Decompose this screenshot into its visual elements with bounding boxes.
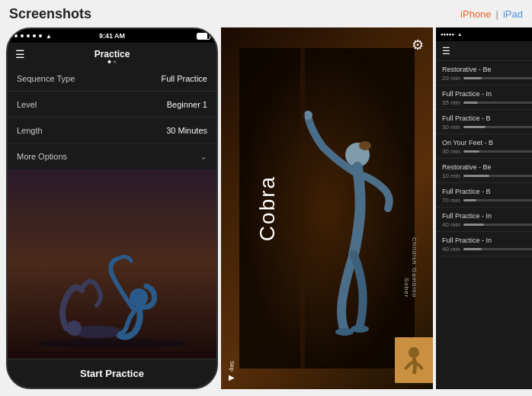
length-row[interactable]: Length 30 Minutes bbox=[8, 118, 216, 143]
list-item-bar bbox=[463, 150, 532, 153]
list-item-bar bbox=[463, 101, 532, 104]
list-item-duration: 30 min bbox=[442, 124, 460, 130]
settings-icon[interactable]: ⚙ bbox=[412, 37, 424, 53]
list-item-title: Full Practice - In bbox=[442, 237, 532, 244]
list-item-duration: 35 min bbox=[442, 99, 460, 106]
ipad-tab-link[interactable]: iPad bbox=[503, 8, 523, 20]
signal-dot-5 bbox=[39, 34, 42, 37]
list-item-bar-fill bbox=[463, 248, 482, 250]
svg-point-12 bbox=[409, 347, 419, 358]
list-item-bar-fill bbox=[463, 101, 478, 104]
level-row[interactable]: Level Beginner 1 bbox=[8, 92, 216, 118]
page-dots bbox=[108, 60, 117, 63]
skip-label: Skip bbox=[229, 361, 235, 372]
start-practice-button[interactable]: Start Practice bbox=[8, 359, 216, 388]
sequence-type-row[interactable]: Sequence Type Full Practice bbox=[8, 66, 216, 92]
list-item-bar bbox=[463, 77, 532, 79]
list-item-bar-fill bbox=[463, 126, 486, 128]
thumbnail-svg bbox=[395, 337, 433, 383]
signal-dot-4 bbox=[33, 34, 36, 37]
yoga-figures-svg bbox=[21, 221, 204, 359]
level-label: Level bbox=[17, 100, 37, 109]
yoga-image bbox=[8, 169, 216, 359]
list-item-duration: 40 min bbox=[442, 246, 460, 253]
phone-frame-1: ▲ 9:41 AM ☰ Practice Sequence Type Full … bbox=[6, 27, 218, 389]
list-item-bar-fill bbox=[463, 150, 479, 153]
length-label: Length bbox=[17, 126, 43, 135]
signal-dot-2 bbox=[21, 34, 24, 37]
list-item[interactable]: Full Practice - B 30 min bbox=[436, 110, 532, 134]
dot-1 bbox=[108, 60, 111, 63]
list-item-meta: 30 min bbox=[442, 148, 532, 155]
list-signal: ●●●●● bbox=[441, 32, 454, 37]
battery-icon bbox=[197, 33, 210, 40]
list-hamburger-icon[interactable]: ☰ bbox=[442, 46, 450, 56]
svg-point-8 bbox=[351, 325, 369, 333]
level-value: Beginner 1 bbox=[167, 100, 207, 109]
cobra-figure bbox=[221, 27, 433, 389]
more-options-label: More Options bbox=[17, 152, 67, 161]
hamburger-icon[interactable]: ☰ bbox=[15, 48, 25, 60]
list-item[interactable]: Full Practice - In 35 min bbox=[436, 85, 532, 110]
sequence-type-value: Full Practice bbox=[161, 74, 207, 83]
cobra-bottom-bar: Skip ▶ bbox=[221, 343, 433, 389]
list-item[interactable]: Full Practice - B 70 min bbox=[436, 183, 532, 208]
pose-title: Cobra bbox=[255, 175, 280, 241]
list-item-duration: 20 min bbox=[442, 75, 460, 82]
list-item-meta: 40 min bbox=[442, 246, 532, 253]
svg-point-9 bbox=[359, 141, 371, 150]
status-bar-1: ▲ 9:41 AM bbox=[8, 29, 216, 43]
list-item-bar bbox=[463, 224, 532, 226]
list-status-bar: ●●●●● ▲ bbox=[436, 27, 532, 41]
more-options-row[interactable]: More Options ⌄ bbox=[8, 143, 216, 169]
list-item-bar-fill bbox=[463, 199, 476, 201]
sequence-type-label: Sequence Type bbox=[17, 74, 75, 83]
nav-bar-1: ☰ Practice bbox=[8, 43, 216, 66]
screenshots-area: ▲ 9:41 AM ☰ Practice Sequence Type Full … bbox=[0, 27, 532, 396]
dot-2 bbox=[114, 60, 117, 63]
list-item-title: Restorative - Be bbox=[442, 66, 532, 73]
list-item-meta: 20 min bbox=[442, 75, 532, 82]
list-wifi-icon: ▲ bbox=[457, 32, 462, 37]
list-item-title: Full Practice - B bbox=[442, 188, 532, 195]
song-artist: Childish Gambino bbox=[411, 237, 418, 298]
header-links: iPhone | iPad bbox=[460, 8, 523, 20]
list-item-meta: 30 min bbox=[442, 124, 532, 130]
list-item-bar bbox=[463, 175, 532, 177]
list-item-duration: 70 min bbox=[442, 197, 460, 204]
battery-area bbox=[197, 33, 210, 40]
nav-title: Practice bbox=[95, 49, 130, 60]
svg-rect-10 bbox=[300, 48, 305, 369]
list-item[interactable]: Full Practice - In 40 min bbox=[436, 208, 532, 232]
list-item-duration: 40 min bbox=[442, 221, 460, 228]
phone-frame-2: ⚙ Cobra Childish Gambino Sober bbox=[221, 27, 433, 389]
status-time: 9:41 AM bbox=[99, 32, 125, 40]
link-separator: | bbox=[496, 8, 498, 20]
list-item-bar bbox=[463, 199, 532, 201]
list-item[interactable]: Restorative - Be 20 min bbox=[436, 61, 532, 85]
list-nav-bar: ☰ bbox=[436, 41, 532, 61]
list-item[interactable]: On Your Feet - B 30 min bbox=[436, 134, 532, 159]
list-item-bar bbox=[463, 126, 532, 128]
skip-button[interactable]: Skip ▶ bbox=[229, 361, 235, 382]
list-item-meta: 35 min bbox=[442, 99, 532, 106]
form-area: Sequence Type Full Practice Level Beginn… bbox=[8, 66, 216, 169]
list-item-title: Restorative - Be bbox=[442, 163, 532, 171]
list-item-duration: 10 min bbox=[442, 172, 460, 179]
signal-dot-3 bbox=[27, 34, 30, 37]
svg-point-0 bbox=[36, 339, 188, 348]
iphone-tab-link[interactable]: iPhone bbox=[460, 8, 491, 20]
list-item-duration: 30 min bbox=[442, 148, 460, 155]
battery-fill bbox=[197, 34, 207, 39]
list-items-container: Restorative - Be 20 min Full Practice - … bbox=[436, 61, 532, 389]
next-pose-thumbnail[interactable] bbox=[395, 337, 433, 383]
list-item[interactable]: Restorative - Be 10 min bbox=[436, 159, 532, 183]
list-item-bar-fill bbox=[463, 224, 484, 226]
list-item[interactable]: Full Practice - In 40 min bbox=[436, 232, 532, 256]
song-title: Sober bbox=[403, 278, 410, 298]
list-item-meta: 40 min bbox=[442, 221, 532, 228]
page-header: Screenshots iPhone | iPad bbox=[0, 0, 532, 27]
phone-frame-3: ●●●●● ▲ ☰ Restorative - Be 20 min Full P… bbox=[436, 27, 532, 389]
signal-dot-1 bbox=[14, 34, 18, 37]
list-item-title: On Your Feet - B bbox=[442, 139, 532, 146]
